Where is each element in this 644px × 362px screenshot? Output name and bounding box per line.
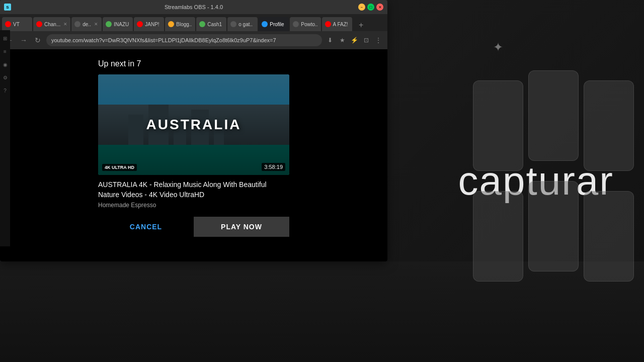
- star-decoration: ✦: [493, 40, 503, 54]
- up-next-label: Up next in 7: [98, 59, 289, 68]
- tab-label-profile: Profile: [270, 22, 284, 27]
- tab-icon-janp: [137, 21, 143, 27]
- phone-shape-1: [473, 80, 523, 171]
- cast-icon[interactable]: ⊡: [361, 35, 371, 45]
- toolbar-icon-5[interactable]: ?: [1, 86, 9, 95]
- video-channel: Homemade Espresso: [98, 202, 289, 209]
- cancel-button[interactable]: CANCEL: [98, 217, 194, 237]
- close-button[interactable]: ✕: [376, 4, 383, 11]
- address-icon-group: ⬇ ★ ⚡ ⊡ ⋮: [325, 35, 383, 45]
- duration-badge: 3:58:19: [262, 163, 285, 171]
- tab-inazu[interactable]: INAZU: [103, 17, 133, 31]
- streamlabs-app-icon: S: [4, 4, 11, 11]
- tab-label-blogg: Blogg..: [176, 22, 192, 27]
- tab-janp[interactable]: JANP!: [134, 17, 164, 31]
- tab-cash[interactable]: Cash1: [196, 17, 226, 31]
- tab-icon-blogg: [168, 21, 174, 27]
- address-input[interactable]: [46, 34, 322, 46]
- tab-afaz[interactable]: A FAZ!: [322, 17, 352, 31]
- streamlabs-left-toolbar: ⊞ ≡ ◉ ⚙ ?: [0, 30, 10, 246]
- up-next-container: Up next in 7 AUSTRALIA 4K ULTRA HD 3:58:…: [98, 59, 289, 237]
- phone-shape-2: [528, 70, 579, 161]
- tab-close-de[interactable]: ✕: [94, 22, 98, 27]
- extensions-icon[interactable]: ⚡: [349, 35, 359, 45]
- tab-channel[interactable]: Chan... ✕: [33, 17, 70, 31]
- forward-button[interactable]: →: [18, 35, 29, 46]
- toolbar-icon-1[interactable]: ⊞: [1, 34, 9, 42]
- youtube-content-area: Up next in 7 AUSTRALIA 4K ULTRA HD 3:58:…: [0, 49, 387, 261]
- phone-shape-6: [584, 191, 634, 282]
- window-controls: − □ ✕: [358, 4, 383, 11]
- phone-shape-4: [473, 191, 523, 282]
- bookmark-icon[interactable]: ★: [337, 35, 347, 45]
- title-bar: S Streamlabs OBS - 1.4.0 − □ ✕: [0, 0, 387, 14]
- tab-label-afaz: A FAZ!: [333, 22, 348, 27]
- tab-bar: VT Chan... ✕ de.. ✕ INAZU JANP! Blogg.. …: [0, 14, 387, 31]
- maximize-button[interactable]: □: [367, 4, 374, 11]
- right-decoration-area: ✦: [463, 0, 644, 362]
- tab-label-de: de..: [83, 22, 91, 27]
- menu-icon[interactable]: ⋮: [373, 35, 383, 45]
- new-tab-button[interactable]: +: [355, 19, 367, 31]
- tab-powto[interactable]: Powto..: [290, 17, 320, 31]
- video-thumbnail[interactable]: AUSTRALIA 4K ULTRA HD 3:58:19: [98, 74, 289, 175]
- toolbar-icon-2[interactable]: ≡: [1, 47, 9, 55]
- tab-icon-vt: [5, 21, 11, 27]
- tab-close-channel[interactable]: ✕: [63, 22, 67, 27]
- tab-icon-channel: [36, 21, 42, 27]
- tab-label-cash: Cash1: [207, 22, 222, 27]
- tab-label-inazu: INAZU: [114, 22, 129, 27]
- toolbar-icon-4[interactable]: ⚙: [1, 73, 9, 81]
- thumbnail-text: AUSTRALIA: [146, 117, 242, 133]
- address-bar: ← → ↻ ⬇ ★ ⚡ ⊡ ⋮: [0, 31, 387, 49]
- tab-ogat[interactable]: o gat..: [227, 17, 258, 31]
- tab-label-vt: VT: [13, 22, 20, 27]
- tab-icon-inazu: [106, 21, 112, 27]
- reload-button[interactable]: ↻: [32, 35, 43, 46]
- play-now-button[interactable]: PLAY NOW: [194, 217, 289, 237]
- badge-4k: 4K ULTRA HD: [102, 164, 137, 171]
- tab-icon-cash: [199, 21, 205, 27]
- tab-icon-powto: [293, 21, 299, 27]
- tab-label-channel: Chan...: [44, 22, 60, 27]
- browser-window: S Streamlabs OBS - 1.4.0 − □ ✕ VT Chan..…: [0, 0, 387, 261]
- autoplay-overlay: AUSTRALIA: [98, 74, 289, 175]
- download-icon[interactable]: ⬇: [325, 35, 335, 45]
- tab-icon-ogat: [230, 21, 236, 27]
- tab-vt[interactable]: VT: [2, 17, 32, 31]
- tab-icon-afaz: [325, 21, 331, 27]
- tab-de[interactable]: de.. ✕: [71, 17, 102, 31]
- tab-icon-profile: [262, 21, 268, 27]
- tab-label-ogat: o gat..: [238, 22, 253, 27]
- tab-label-powto: Powto..: [301, 22, 317, 27]
- tab-profile[interactable]: Profile: [259, 17, 289, 31]
- tab-label-janp: JANP!: [145, 22, 159, 27]
- action-buttons: CANCEL PLAY NOW: [98, 217, 289, 237]
- toolbar-icon-3[interactable]: ◉: [1, 60, 9, 68]
- app-title: Streamlabs OBS - 1.4.0: [165, 4, 223, 10]
- phone-shape-5: [528, 181, 579, 272]
- tab-icon-de: [74, 21, 80, 27]
- video-title: AUSTRALIA 4K - Relaxing Music Along With…: [98, 180, 289, 200]
- tab-blogg[interactable]: Blogg..: [165, 17, 195, 31]
- phone-shape-3: [584, 80, 634, 171]
- minimize-button[interactable]: −: [358, 4, 365, 11]
